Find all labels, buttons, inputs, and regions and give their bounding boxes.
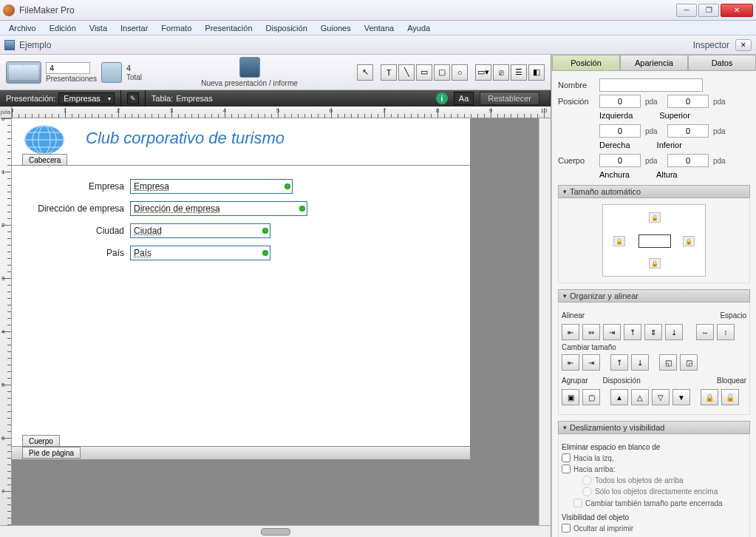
ruler-unit-label[interactable]: pda bbox=[0, 107, 12, 118]
field-ciudad[interactable]: Ciudad bbox=[130, 223, 270, 238]
right-input[interactable] bbox=[599, 124, 641, 138]
layout-icon[interactable] bbox=[101, 62, 122, 83]
portal-tool[interactable]: ☰ bbox=[511, 64, 527, 81]
field-direccion[interactable]: Dirección de empresa bbox=[130, 201, 307, 216]
slide-up-checkbox[interactable] bbox=[562, 465, 571, 473]
tab-tool[interactable]: ⎚ bbox=[493, 64, 509, 81]
body-part-tab[interactable]: Cuerpo bbox=[22, 435, 60, 447]
field-label-pais[interactable]: País bbox=[12, 248, 130, 258]
resize-min-w-button[interactable]: ⇤ bbox=[562, 354, 579, 371]
left-input[interactable] bbox=[599, 95, 641, 108]
height-input[interactable] bbox=[667, 154, 709, 167]
menu-ventana[interactable]: Ventana bbox=[358, 22, 400, 34]
layout-title-text[interactable]: Club corporativo de turismo bbox=[86, 129, 285, 148]
sliding-section-header[interactable]: Deslizamiento y visibilidad bbox=[558, 421, 750, 434]
field-pais[interactable]: País bbox=[130, 246, 270, 260]
header-part[interactable]: Club corporativo de turismo Cabecera bbox=[12, 118, 470, 166]
top-input[interactable] bbox=[667, 95, 709, 108]
footer-part-tab[interactable]: Pie de página bbox=[22, 447, 81, 459]
inspector-close-button[interactable]: ✕ bbox=[735, 39, 752, 51]
group-button[interactable]: ▣ bbox=[562, 389, 579, 405]
width-input[interactable] bbox=[599, 154, 641, 167]
field-label-empresa[interactable]: Empresa bbox=[12, 181, 130, 192]
menu-edicion[interactable]: Edición bbox=[44, 22, 82, 34]
slide-only-radio[interactable] bbox=[582, 487, 592, 496]
resize-min-h-button[interactable]: ⤒ bbox=[610, 354, 628, 371]
bring-forward-button[interactable]: △ bbox=[631, 389, 649, 405]
field-empresa[interactable]: Empresa bbox=[130, 179, 293, 194]
header-part-tab[interactable]: Cabecera bbox=[22, 154, 67, 166]
bottom-input[interactable] bbox=[667, 124, 709, 138]
anchor-top[interactable]: 🔒 bbox=[649, 212, 661, 223]
ungroup-button[interactable]: ▢ bbox=[582, 389, 600, 405]
menu-vista[interactable]: Vista bbox=[84, 22, 113, 34]
oval-tool[interactable]: ○ bbox=[452, 64, 468, 81]
slide-all-radio[interactable] bbox=[582, 476, 592, 485]
inspector-tab-apariencia[interactable]: Apariencia bbox=[620, 55, 688, 70]
slide-resize-checkbox[interactable] bbox=[573, 499, 582, 507]
field-label-ciudad[interactable]: Ciudad bbox=[12, 226, 130, 236]
text-format-button[interactable]: Aa bbox=[454, 92, 474, 105]
nombre-input[interactable] bbox=[599, 78, 703, 92]
reset-button[interactable]: Restablecer bbox=[480, 92, 539, 105]
line-tool[interactable]: ╲ bbox=[398, 64, 415, 81]
info-button[interactable]: i bbox=[436, 92, 448, 104]
inspector-tab-posicion[interactable]: Posición bbox=[552, 55, 620, 70]
anchor-left[interactable]: 🔒 bbox=[613, 236, 625, 246]
layout-canvas[interactable]: Club corporativo de turismo Cabecera Emp… bbox=[12, 118, 539, 525]
send-backward-button[interactable]: ▽ bbox=[652, 389, 670, 405]
close-button[interactable]: ✕ bbox=[721, 4, 753, 17]
resize-max-w-button[interactable]: ⇥ bbox=[582, 354, 600, 371]
space-v-button[interactable]: ↕ bbox=[717, 324, 735, 340]
menu-disposicion[interactable]: Disposición bbox=[260, 22, 313, 34]
hide-print-checkbox[interactable] bbox=[562, 524, 571, 533]
vertical-scrollbar[interactable] bbox=[539, 118, 551, 525]
footer-part[interactable]: Pie de página bbox=[12, 447, 470, 460]
body-part[interactable]: Empresa Empresa Dirección de empresa Dir… bbox=[12, 166, 470, 447]
record-nav-book[interactable] bbox=[6, 61, 41, 84]
menu-presentacion[interactable]: Presentación bbox=[199, 22, 258, 34]
align-left-button[interactable]: ⇤ bbox=[562, 324, 579, 340]
inspector-tab-datos[interactable]: Datos bbox=[688, 55, 756, 70]
edit-layout-icon[interactable]: ✎ bbox=[127, 92, 139, 104]
anchor-right[interactable]: 🔒 bbox=[683, 236, 695, 246]
field-label-direccion[interactable]: Dirección de empresa bbox=[12, 203, 130, 214]
align-center-button[interactable]: ⇔ bbox=[582, 324, 600, 340]
new-layout-icon[interactable] bbox=[239, 57, 260, 78]
resize-max-h-button[interactable]: ⤓ bbox=[631, 354, 649, 371]
send-back-button[interactable]: ▼ bbox=[672, 389, 690, 405]
horizontal-ruler[interactable]: 01234567891011 bbox=[12, 107, 551, 118]
autosize-section-header[interactable]: Tamaño automático bbox=[558, 185, 750, 198]
space-h-button[interactable]: ↔ bbox=[696, 324, 714, 340]
anchor-bottom[interactable]: 🔒 bbox=[649, 258, 661, 268]
resize-min-button[interactable]: ◱ bbox=[659, 354, 677, 371]
align-middle-button[interactable]: ⇕ bbox=[644, 324, 662, 340]
pointer-tool[interactable]: ↖ bbox=[357, 64, 373, 81]
resize-max-button[interactable]: ◲ bbox=[680, 354, 698, 371]
rect-tool[interactable]: ▭ bbox=[416, 64, 432, 81]
layout-dropdown[interactable]: Empresas bbox=[58, 92, 115, 104]
align-top-button[interactable]: ⤒ bbox=[624, 324, 641, 340]
align-right-button[interactable]: ⇥ bbox=[603, 324, 621, 340]
globe-icon[interactable] bbox=[24, 124, 65, 155]
field-tool[interactable]: ▭▾ bbox=[475, 64, 491, 81]
text-tool[interactable]: T bbox=[381, 64, 397, 81]
roundrect-tool[interactable]: ▢ bbox=[434, 64, 450, 81]
menu-archivo[interactable]: Archivo bbox=[3, 22, 42, 34]
horizontal-scrollbar[interactable] bbox=[0, 525, 551, 537]
unlock-button[interactable]: 🔓 bbox=[721, 389, 739, 405]
menu-ayuda[interactable]: Ayuda bbox=[401, 22, 436, 34]
menu-formato[interactable]: Formato bbox=[155, 22, 197, 34]
align-bottom-button[interactable]: ⤓ bbox=[665, 324, 683, 340]
minimize-button[interactable]: ─ bbox=[676, 4, 697, 17]
bring-front-button[interactable]: ▲ bbox=[610, 389, 628, 405]
vertical-ruler[interactable]: 0123456789 bbox=[0, 118, 12, 525]
arrange-section-header[interactable]: Organizar y alinear bbox=[558, 289, 750, 303]
menu-guiones[interactable]: Guiones bbox=[315, 22, 357, 34]
slide-left-checkbox[interactable] bbox=[562, 453, 571, 462]
maximize-button[interactable]: ❐ bbox=[698, 4, 719, 17]
chart-tool[interactable]: ◧ bbox=[528, 64, 545, 81]
menu-insertar[interactable]: Insertar bbox=[115, 22, 154, 34]
layout-number-field[interactable]: 4 bbox=[46, 62, 90, 74]
lock-button[interactable]: 🔒 bbox=[701, 389, 718, 405]
